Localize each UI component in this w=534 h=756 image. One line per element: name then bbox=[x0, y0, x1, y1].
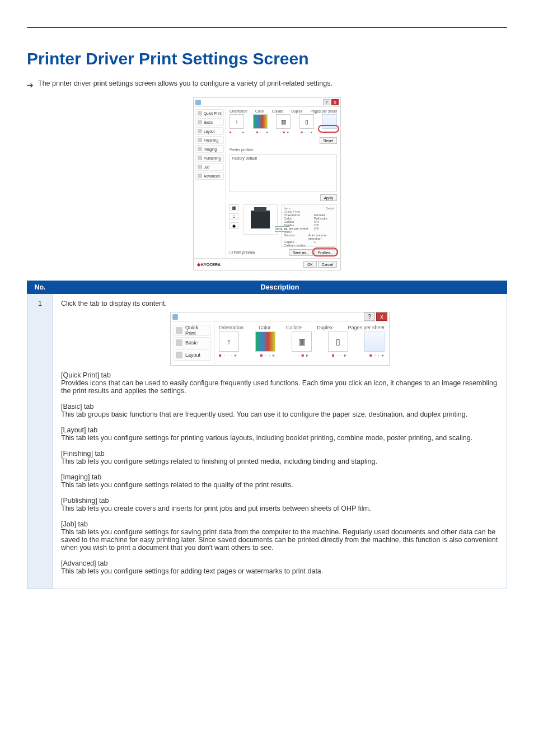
print-settings-dialog: ? x Quick Print Basic Layout Finishing I… bbox=[193, 97, 341, 270]
profiles-button[interactable]: Profiles... bbox=[314, 249, 337, 256]
main-pane: Orientation Color Collate Duplex Pages p… bbox=[214, 321, 389, 365]
cancel-button[interactable]: Cancel bbox=[318, 261, 337, 268]
basic-icon bbox=[198, 120, 202, 124]
opt-duplex: Duplex bbox=[291, 109, 302, 113]
tab-desc: This tab lets you configure settings for… bbox=[61, 434, 472, 442]
orientation-tile[interactable]: ↑ bbox=[229, 114, 244, 129]
color-icon[interactable]: ◆ bbox=[229, 222, 238, 229]
tab-desc: This tab lets you create covers and inse… bbox=[61, 505, 371, 512]
tab-desc: This tab lets you configure settings rel… bbox=[61, 481, 293, 489]
orientation-tile[interactable]: ↑ bbox=[219, 332, 239, 352]
apply-button[interactable]: Apply bbox=[320, 194, 337, 201]
job-icon bbox=[198, 165, 202, 169]
tab-job[interactable]: Job bbox=[195, 163, 224, 171]
tabs-sidebar: Quick Print Basic Layout Finishing Imagi… bbox=[194, 107, 226, 258]
close-button[interactable]: x bbox=[376, 312, 387, 321]
color-tile[interactable] bbox=[255, 332, 275, 352]
opt-pps: Pages per sheet bbox=[311, 109, 337, 113]
printer-image bbox=[251, 211, 270, 228]
tab-label: Imaging bbox=[204, 147, 217, 151]
reset-button[interactable]: Reset bbox=[320, 137, 337, 144]
opt-duplex: Duplex bbox=[317, 325, 332, 330]
lines-icon[interactable]: ≡ bbox=[229, 213, 238, 220]
tab-layout[interactable]: Layout bbox=[174, 349, 211, 361]
dots: ■ · · · ▸ bbox=[219, 353, 237, 358]
pps-tile[interactable] bbox=[322, 114, 337, 129]
layout-icon bbox=[176, 352, 182, 358]
finishing-icon bbox=[198, 138, 202, 142]
dots: · ■ ▸ bbox=[280, 130, 289, 134]
color-tile[interactable] bbox=[253, 114, 268, 129]
row-desc: Click the tab to display its content. ? … bbox=[53, 294, 507, 589]
opt-orientation: Orientation bbox=[219, 325, 243, 330]
tab-label: Advanced bbox=[204, 174, 220, 178]
pcl-chip: PCL XL bbox=[275, 226, 289, 232]
sum-v: Auto source selection bbox=[308, 234, 334, 240]
publishing-icon bbox=[198, 156, 202, 160]
tab-imaging[interactable]: Imaging bbox=[195, 145, 224, 153]
titlebar: ? x bbox=[171, 312, 389, 321]
tab-label: Publishing bbox=[204, 156, 221, 160]
brand-logo: ◆KYOCERA bbox=[197, 262, 221, 267]
tab-desc: Provides icons that can be used to easil… bbox=[61, 379, 497, 395]
tab-publishing[interactable]: Publishing bbox=[195, 154, 224, 162]
close-button[interactable]: x bbox=[331, 99, 339, 105]
basic-icon bbox=[176, 339, 182, 346]
ok-button[interactable]: OK bbox=[303, 261, 316, 268]
tab-label: Quick Print bbox=[185, 325, 209, 336]
help-button[interactable]: ? bbox=[364, 312, 375, 321]
arrow-right-icon: ➔ bbox=[27, 81, 34, 90]
collate-tile[interactable]: ▥ bbox=[292, 332, 312, 352]
tabs-sidebar: Quick Print Basic Layout bbox=[171, 321, 214, 365]
opt-pps: Pages per sheet bbox=[348, 325, 385, 330]
app-icon bbox=[172, 314, 178, 320]
opt-color: Color bbox=[259, 325, 271, 330]
profiles-label: Printer profiles: bbox=[229, 148, 254, 152]
dots: ■ · · ▸ bbox=[260, 353, 275, 358]
tab-advanced[interactable]: Advanced bbox=[195, 172, 224, 180]
tab-label: Layout bbox=[185, 352, 200, 358]
opt-collate: Collate bbox=[272, 109, 283, 113]
opt-orientation: Orientation bbox=[229, 109, 247, 113]
save-as-button[interactable]: Save as... bbox=[289, 249, 313, 256]
tab-title: [Publishing] tab bbox=[61, 497, 499, 505]
tab-basic[interactable]: Basic bbox=[195, 118, 224, 126]
tab-label: Layout bbox=[204, 129, 215, 133]
tab-label: Basic bbox=[204, 120, 213, 124]
dots: ■ · · ▸ bbox=[301, 130, 313, 134]
print-settings-dialog-crop: ? x Quick Print Basic Layout bbox=[170, 312, 390, 366]
description-table: No. Description 1 Click the tab to displ… bbox=[27, 281, 507, 589]
quick-print-icon bbox=[198, 111, 202, 115]
sum-k: Carbon copies bbox=[284, 244, 314, 247]
tab-desc: This tab lets you configure settings for… bbox=[61, 528, 498, 552]
duplex-tile[interactable]: ▯ bbox=[299, 114, 314, 129]
dots: ■ · · ▸ bbox=[256, 130, 269, 134]
help-button[interactable]: ? bbox=[323, 99, 330, 105]
summary-head-detail: Detail bbox=[326, 207, 334, 210]
tab-label: Quick Print bbox=[204, 111, 222, 115]
dots: ■ · · · ▸ bbox=[229, 130, 245, 134]
doc-icon[interactable]: ▦ bbox=[229, 204, 238, 211]
app-icon bbox=[195, 100, 201, 105]
printer-preview: PCL XL bbox=[243, 204, 278, 235]
col-desc: Description bbox=[53, 281, 507, 294]
tab-layout[interactable]: Layout bbox=[195, 127, 224, 135]
profile-item[interactable]: Factory Default bbox=[232, 156, 334, 160]
tab-quick-print[interactable]: Quick Print bbox=[174, 325, 211, 336]
print-preview-check[interactable]: ☐ Print preview bbox=[229, 250, 255, 255]
profiles-listbox[interactable]: Factory Default bbox=[229, 154, 337, 192]
opt-color: Color bbox=[255, 109, 264, 113]
dots: ■ · · ▸ bbox=[325, 130, 337, 134]
lead-text: The printer driver print settings screen… bbox=[38, 80, 332, 87]
collate-tile[interactable]: ▥ bbox=[276, 114, 291, 129]
tab-quick-print[interactable]: Quick Print bbox=[195, 109, 224, 117]
pps-tile[interactable] bbox=[364, 332, 385, 352]
tab-basic[interactable]: Basic bbox=[174, 337, 211, 348]
main-pane: Orientation Color Collate Duplex Pages p… bbox=[226, 107, 340, 258]
tab-finishing[interactable]: Finishing bbox=[195, 136, 224, 144]
dots: ■ · · ▸ bbox=[332, 353, 347, 358]
imaging-icon bbox=[198, 147, 202, 151]
duplex-tile[interactable]: ▯ bbox=[328, 332, 348, 352]
tab-desc: This tab lets you configure settings rel… bbox=[61, 458, 377, 465]
tab-label: Job bbox=[204, 165, 209, 169]
